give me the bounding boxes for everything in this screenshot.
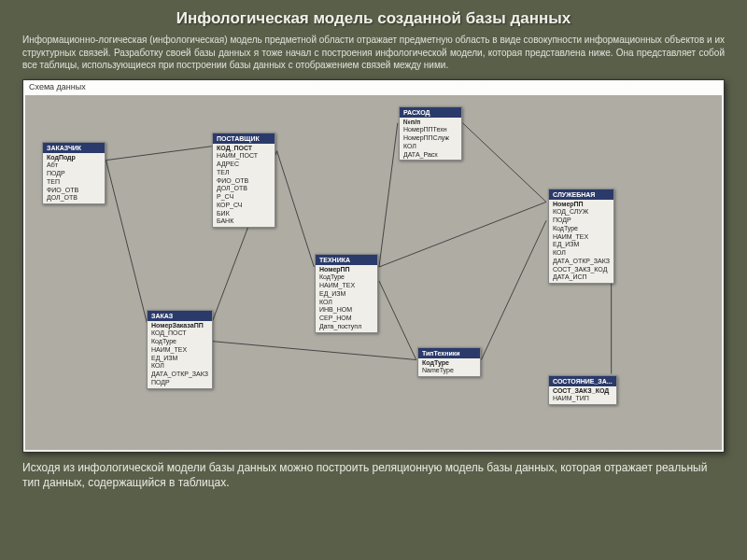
- diagram-window: Схема данных ЗАКАЗЧИККодПодрАбтПОДРТЕПФИ…: [22, 79, 725, 453]
- table-field: НомерПП: [549, 201, 613, 209]
- table-field: КОЛ: [316, 299, 377, 307]
- diagram-canvas: ЗАКАЗЧИККодПодрАбтПОДРТЕПФИО_ОТВДОЛ_ОТВП…: [25, 95, 722, 450]
- table-header[interactable]: ТЕХНИКА: [316, 255, 377, 265]
- table-field: ДОЛ_ОТВ: [43, 194, 105, 203]
- table-field: КодТуре: [316, 273, 377, 282]
- table-header[interactable]: ТипТехники: [418, 348, 480, 358]
- table-field: СОСТ_ЗАКЗ_КОД: [549, 387, 616, 396]
- svg-line-7: [481, 220, 546, 359]
- table-header[interactable]: СОСТОЯНИЕ_ЗА...: [549, 376, 616, 386]
- table-field: ДАТА_ОТКР_ЗАКЗ: [549, 258, 613, 266]
- svg-line-4: [379, 122, 398, 266]
- window-title: Схема данных: [29, 82, 86, 91]
- table-field: БАНК: [213, 217, 275, 226]
- table-header[interactable]: ЗАКАЗЧИК: [43, 143, 105, 153]
- table-field: КОЛ: [549, 249, 613, 258]
- table-field: ТЕЛ: [213, 169, 275, 177]
- intro-text: Информационно-логическая (инфологическая…: [0, 34, 747, 79]
- table-body: №п/пНомерППТехнНомерППСлужКОЛДАТА_Расх: [400, 118, 461, 161]
- table-body: НомерППКОД_СЛУЖПОДРКодТуреНАИМ_ТЕХЕД_ИЗМ…: [549, 200, 613, 284]
- table-postavshik[interactable]: ПОСТАВЩИККОД_ПОСТНАИМ_ПОСТАДРЕСТЕЛФИО_ОТ…: [212, 133, 275, 229]
- table-field: ФИО_ОТВ: [213, 177, 275, 186]
- table-field: Абт: [43, 161, 105, 170]
- table-header[interactable]: ПОСТАВЩИК: [213, 133, 275, 144]
- table-field: ПОДР: [549, 217, 613, 225]
- table-field: НАИМ_ТЕХ: [316, 282, 377, 290]
- table-field: НАИМ_ПОСТ: [213, 152, 275, 161]
- table-field: Р_СЧ: [213, 193, 275, 202]
- table-field: ТЕП: [43, 178, 105, 187]
- table-field: ДАТА_Расх: [400, 151, 461, 160]
- table-field: КодПодр: [43, 154, 105, 162]
- table-sluzhebnaya[interactable]: СЛУЖЕБНАЯНомерППКОД_СЛУЖПОДРКодТуреНАИМ_…: [548, 189, 614, 285]
- table-tehnika[interactable]: ТЕХНИКАНомерППКодТуреНАИМ_ТЕХЕД_ИЗМКОЛИН…: [315, 254, 378, 333]
- table-field: НомерПП: [316, 266, 377, 274]
- table-field: ДАТА_ИСП: [549, 273, 613, 282]
- svg-line-2: [277, 150, 315, 266]
- table-field: ПОДР: [43, 170, 105, 178]
- table-field: НомерЗаказаПП: [148, 322, 212, 330]
- table-field: НАИМ_ТИП: [549, 395, 616, 403]
- svg-line-1: [106, 160, 148, 322]
- table-body: КодПодрАбтПОДРТЕПФИО_ОТВДОЛ_ОТВ: [43, 153, 105, 204]
- table-header[interactable]: РАСХОД: [400, 107, 461, 118]
- table-field: НАИМ_ТЕХ: [549, 233, 613, 242]
- table-body: КодТуреNameType: [418, 358, 480, 377]
- table-field: СОСТ_ЗАКЗ_КОД: [549, 266, 613, 274]
- table-field: КодТуре: [148, 338, 212, 346]
- table-field: КОР_СЧ: [213, 202, 275, 210]
- table-field: ДОЛ_ОТВ: [213, 185, 275, 193]
- table-zakaz[interactable]: ЗАКАЗНомерЗаказаППКОД_ПОСТКодТуреНАИМ_ТЕ…: [147, 310, 213, 389]
- outro-text: Исходя из инфологической модели базы дан…: [0, 453, 747, 503]
- table-field: БИК: [213, 210, 275, 218]
- table-field: КодТуре: [418, 359, 480, 368]
- table-rashod[interactable]: РАСХОД№п/пНомерППТехнНомерППСлужКОЛДАТА_…: [399, 106, 462, 161]
- table-field: СЕР_НОМ: [316, 315, 377, 323]
- table-header[interactable]: ЗАКАЗ: [148, 311, 212, 321]
- table-header[interactable]: СЛУЖЕБНАЯ: [549, 189, 613, 200]
- table-field: АДРЕС: [213, 161, 275, 169]
- svg-line-5: [379, 202, 546, 267]
- table-field: КОЛ: [148, 362, 212, 371]
- table-field: КОД_ПОСТ: [213, 145, 275, 153]
- page-title: Инфологическая модель созданной базы дан…: [0, 0, 747, 34]
- table-field: ПОДР: [148, 379, 212, 387]
- table-field: ДАТА_ОТКР_ЗАКЗ: [148, 371, 212, 379]
- table-field: ИНВ_НОМ: [316, 306, 377, 315]
- svg-line-10: [462, 122, 546, 202]
- table-field: NameType: [418, 367, 480, 375]
- table-body: НомерППКодТуреНАИМ_ТЕХЕД_ИЗМКОЛИНВ_НОМСЕ…: [316, 265, 377, 332]
- table-field: НомерППСлуж: [400, 134, 461, 143]
- table-field: №п/п: [400, 119, 461, 127]
- table-sostoyanie[interactable]: СОСТОЯНИЕ_ЗА...СОСТ_ЗАКЗ_КОДНАИМ_ТИП: [548, 375, 617, 406]
- table-field: ФИО_ОТВ: [43, 187, 105, 195]
- table-field: КОЛ: [400, 143, 461, 151]
- table-body: НомерЗаказаППКОД_ПОСТКодТуреНАИМ_ТЕХЕД_И…: [148, 321, 212, 388]
- table-field: ЕД_ИЗМ: [316, 290, 377, 299]
- table-field: КОД_СЛУЖ: [549, 208, 613, 217]
- svg-line-8: [212, 341, 416, 359]
- table-body: КОД_ПОСТНАИМ_ПОСТАДРЕСТЕЛФИО_ОТВДОЛ_ОТВР…: [213, 144, 275, 228]
- table-body: СОСТ_ЗАКЗ_КОДНАИМ_ТИП: [549, 386, 616, 405]
- table-field: Дата_поступл: [316, 323, 377, 331]
- table-field: НАИМ_ТЕХ: [148, 346, 212, 355]
- table-field: ЕД_ИЗМ: [148, 355, 212, 363]
- table-field: КОД_ПОСТ: [148, 329, 212, 338]
- svg-line-0: [106, 146, 212, 160]
- table-field: ЕД_ИЗМ: [549, 241, 613, 249]
- table-tiptehniki[interactable]: ТипТехникиКодТуреNameType: [417, 347, 481, 378]
- table-field: КодТуре: [549, 225, 613, 233]
- table-field: НомерППТехн: [400, 126, 461, 134]
- table-zakazchik[interactable]: ЗАКАЗЧИККодПодрАбтПОДРТЕПФИО_ОТВДОЛ_ОТВ: [42, 142, 106, 205]
- svg-line-6: [379, 280, 416, 359]
